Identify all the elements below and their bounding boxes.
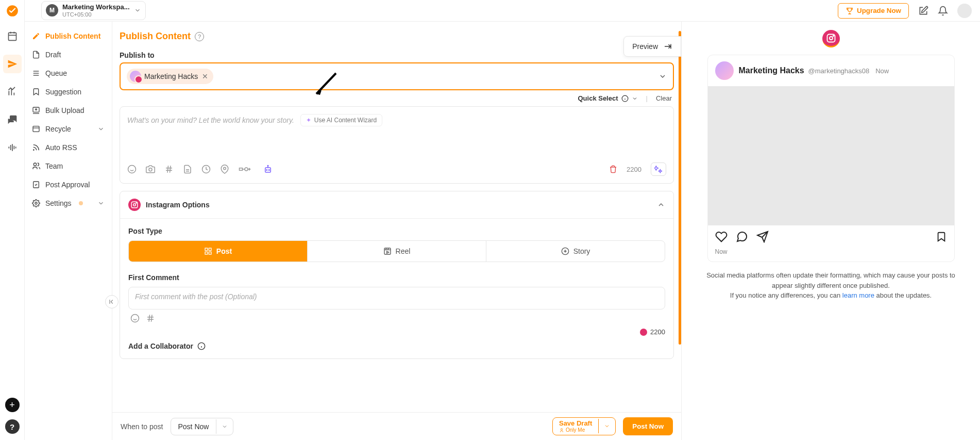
- chevron-down-icon: [632, 95, 638, 102]
- sidebar-item-label: Queue: [45, 69, 67, 77]
- sidebar-item-bulk-upload[interactable]: Bulk Upload: [25, 101, 112, 120]
- ai-wizard-button[interactable]: ✦ Use AI Content Wizard: [300, 114, 382, 126]
- save-draft-button[interactable]: Save Draft Only Me: [552, 417, 616, 435]
- link-icon[interactable]: [239, 165, 254, 174]
- content-composer[interactable]: What's on your mind? Let the world know …: [120, 106, 674, 184]
- svg-point-52: [133, 204, 136, 206]
- location-icon[interactable]: [220, 165, 229, 174]
- chevron-up-icon: [657, 201, 665, 209]
- chevron-down-icon[interactable]: [598, 419, 615, 433]
- approval-icon: [32, 181, 40, 189]
- rail-analytics-icon[interactable]: [3, 83, 22, 101]
- emoji-icon[interactable]: [130, 314, 140, 323]
- first-comment-placeholder: First comment with the post (Optional): [135, 292, 257, 301]
- chevron-down-icon: [134, 7, 141, 14]
- sidebar-item-label: Bulk Upload: [45, 106, 85, 115]
- compose-icon[interactable]: [918, 6, 928, 16]
- publish-to-selector[interactable]: Marketing Hacks ✕: [120, 62, 674, 90]
- post-type-label: Post: [216, 247, 232, 255]
- post-type-reel[interactable]: Reel: [308, 241, 486, 262]
- emoji-icon[interactable]: [127, 165, 137, 174]
- user-avatar[interactable]: [957, 4, 972, 18]
- info-icon: [621, 95, 629, 102]
- sidebar-item-draft[interactable]: Draft: [25, 45, 112, 64]
- clear-button[interactable]: Clear: [656, 94, 672, 102]
- sidebar-item-team[interactable]: Team: [25, 157, 112, 175]
- remove-account-icon[interactable]: ✕: [202, 72, 208, 80]
- robot-icon[interactable]: [263, 165, 273, 174]
- sidebar-item-post-approval[interactable]: Post Approval: [25, 175, 112, 194]
- first-comment-input[interactable]: First comment with the post (Optional): [128, 287, 665, 309]
- hashtag-icon[interactable]: [146, 314, 155, 323]
- upload-icon: [32, 106, 40, 115]
- svg-point-79: [833, 35, 834, 36]
- preview-tab-instagram[interactable]: [822, 30, 840, 47]
- app-logo[interactable]: [6, 4, 19, 18]
- when-to-post-select[interactable]: Post Now: [171, 418, 234, 435]
- sidebar-item-settings[interactable]: Settings: [25, 194, 112, 213]
- ai-wizard-label: Use AI Content Wizard: [314, 117, 377, 124]
- instagram-icon: [128, 199, 141, 211]
- trash-icon[interactable]: [609, 165, 617, 173]
- story-icon: [561, 247, 569, 255]
- workspace-switcher[interactable]: M Marketing Workspa... UTC+05:00: [41, 1, 146, 20]
- bookmark-icon: [32, 88, 40, 96]
- sidebar-item-label: Settings: [45, 199, 72, 207]
- svg-point-30: [128, 166, 136, 173]
- account-chip[interactable]: Marketing Hacks ✕: [127, 69, 213, 84]
- svg-line-72: [151, 315, 153, 322]
- chevron-down-icon[interactable]: [216, 419, 233, 434]
- help-icon[interactable]: ?: [195, 32, 204, 41]
- first-comment-label: First Comment: [128, 273, 665, 282]
- chevron-down-icon: [97, 200, 105, 207]
- sidebar-item-suggestion[interactable]: Suggestion: [25, 83, 112, 101]
- recycle-icon: [32, 125, 40, 133]
- bell-icon[interactable]: [938, 6, 948, 16]
- info-icon[interactable]: [197, 342, 206, 350]
- rail-conversations-icon[interactable]: [3, 110, 22, 129]
- chevron-down-icon[interactable]: [658, 72, 667, 80]
- collapse-sidebar-button[interactable]: [105, 295, 119, 308]
- rail-audio-icon[interactable]: [3, 138, 22, 157]
- chevron-down-icon: [97, 125, 105, 133]
- quick-select-button[interactable]: Quick Select: [578, 94, 637, 102]
- svg-rect-54: [205, 248, 208, 251]
- sidebar-item-publish-content[interactable]: Publish Content: [25, 27, 112, 45]
- arrow-right-icon: [663, 42, 672, 51]
- preview-avatar: [715, 61, 734, 80]
- post-now-button[interactable]: Post Now: [623, 417, 673, 435]
- collaborator-label: Add a Collaborator: [128, 342, 193, 350]
- rail-calendar-icon[interactable]: [3, 27, 22, 45]
- instagram-options-header[interactable]: Instagram Options: [120, 191, 673, 219]
- preview-time: Now: [875, 67, 889, 75]
- svg-rect-18: [33, 126, 39, 132]
- queue-icon: [32, 69, 40, 77]
- notification-dot: [79, 201, 83, 205]
- learn-more-link[interactable]: learn more: [842, 291, 874, 299]
- rail-help-button[interactable]: ?: [5, 419, 20, 434]
- camera-icon[interactable]: [146, 165, 155, 174]
- sidebar-item-auto-rss[interactable]: Auto RSS: [25, 138, 112, 157]
- hashtag-icon[interactable]: [164, 165, 174, 174]
- preview-label: Preview: [632, 42, 658, 51]
- sidebar-item-label: Publish Content: [45, 32, 100, 40]
- sidebar-item-label: Recycle: [45, 125, 71, 133]
- post-type-post[interactable]: Post: [129, 241, 308, 262]
- account-avatar: [130, 71, 141, 82]
- share-icon: [756, 231, 769, 243]
- post-type-story[interactable]: Story: [486, 241, 665, 262]
- template-icon[interactable]: [183, 165, 192, 174]
- svg-point-33: [149, 168, 152, 171]
- svg-point-20: [33, 150, 34, 150]
- svg-rect-57: [209, 252, 211, 254]
- upgrade-button[interactable]: Upgrade Now: [838, 3, 909, 19]
- when-to-post-label: When to post: [121, 422, 163, 431]
- rail-publish-icon[interactable]: [3, 55, 22, 73]
- workspace-avatar: M: [46, 4, 58, 17]
- enhance-icon[interactable]: [651, 162, 666, 176]
- clock-icon[interactable]: [201, 165, 211, 174]
- rail-add-button[interactable]: +: [5, 398, 20, 412]
- svg-point-47: [266, 170, 267, 171]
- sidebar-item-recycle[interactable]: Recycle: [25, 120, 112, 138]
- sidebar-item-queue[interactable]: Queue: [25, 64, 112, 83]
